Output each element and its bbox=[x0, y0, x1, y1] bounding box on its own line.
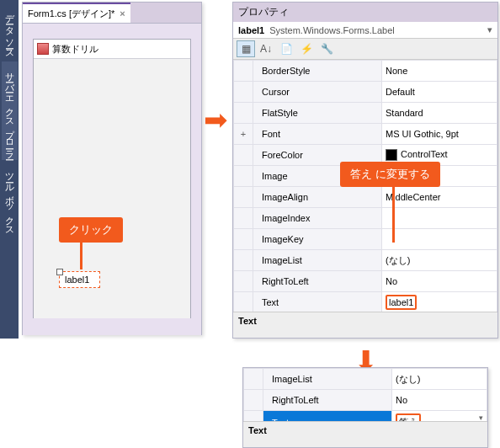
property-name: BorderStyle bbox=[253, 61, 382, 82]
callout-change: 答え に変更する bbox=[340, 162, 440, 187]
file-tab[interactable]: Form1.cs [デザイン]* × bbox=[23, 3, 130, 23]
property-row[interactable]: FlatStyleStandard bbox=[234, 103, 497, 124]
expand-icon bbox=[234, 145, 253, 166]
resize-handle-icon[interactable] bbox=[56, 269, 63, 275]
document-tabstrip: Form1.cs [デザイン]* × bbox=[23, 3, 201, 24]
property-name: ImageList bbox=[263, 369, 392, 390]
properties-title: プロパティ bbox=[233, 3, 497, 22]
property-row[interactable]: +FontMS UI Gothic, 9pt bbox=[234, 124, 497, 145]
vs-side-tabs: データ ソース サーバー エクスプローラー ツールボックス bbox=[0, 0, 19, 339]
property-name: RightToLeft bbox=[253, 271, 382, 292]
form-icon bbox=[37, 43, 49, 55]
chevron-down-icon[interactable]: ▾ bbox=[479, 413, 483, 421]
property-row[interactable]: ImageAlignMiddleCenter bbox=[234, 187, 497, 208]
property-row[interactable]: ImageIndex bbox=[234, 208, 497, 229]
properties-panel-after: ImageList(なし)RightToLeftNoText答え ▾TextAl… bbox=[242, 367, 488, 448]
property-value[interactable] bbox=[382, 208, 497, 229]
property-name: Text bbox=[263, 411, 392, 422]
expand-icon bbox=[234, 229, 253, 250]
form-titlebar: 算数ドリル bbox=[34, 40, 190, 59]
property-name: ImageIndex bbox=[253, 208, 382, 229]
side-tab-toolbox[interactable]: ツールボックス bbox=[2, 162, 18, 237]
property-row[interactable]: RightToLeftNo bbox=[234, 271, 497, 292]
expand-icon bbox=[234, 61, 253, 82]
highlighted-value: label1 bbox=[386, 295, 417, 310]
color-swatch-icon bbox=[386, 149, 397, 161]
label-control-text: label1 bbox=[65, 275, 89, 285]
property-value[interactable]: No bbox=[382, 271, 497, 292]
expand-icon[interactable]: + bbox=[234, 124, 253, 145]
property-value[interactable]: Default bbox=[382, 82, 497, 103]
property-value[interactable] bbox=[382, 229, 497, 250]
property-name: ImageKey bbox=[253, 229, 382, 250]
property-row[interactable]: ImageList(なし) bbox=[234, 250, 497, 271]
label-control[interactable]: label1 bbox=[59, 271, 100, 288]
expand-icon bbox=[234, 166, 253, 187]
property-row[interactable]: RightToLeftNo bbox=[244, 390, 487, 411]
property-row[interactable]: BorderStyleNone bbox=[234, 61, 497, 82]
callout-click: クリック bbox=[59, 217, 123, 243]
expand-icon bbox=[244, 369, 263, 390]
property-value[interactable]: MiddleCenter bbox=[382, 187, 497, 208]
property-name: Text bbox=[253, 292, 382, 312]
form-title-text: 算数ドリル bbox=[52, 43, 98, 56]
properties-toolbar: ▦ A↓ 📄 ⚡ 🔧 bbox=[233, 39, 497, 60]
property-value[interactable]: label1 bbox=[382, 292, 497, 312]
property-row[interactable]: ImageList(なし) bbox=[244, 369, 487, 390]
description-pane: Text bbox=[233, 312, 497, 338]
description-pane-2: Text bbox=[243, 421, 487, 447]
property-name: RightToLeft bbox=[263, 390, 392, 411]
object-name: label1 bbox=[238, 25, 264, 35]
property-name: Font bbox=[253, 124, 382, 145]
callout-connector-2 bbox=[392, 184, 395, 243]
events-icon[interactable]: ⚡ bbox=[297, 40, 316, 57]
close-icon[interactable]: × bbox=[120, 8, 125, 19]
chevron-down-icon[interactable]: ▾ bbox=[487, 24, 492, 35]
callout-connector bbox=[80, 239, 82, 269]
arrow-right-icon: ➡ bbox=[204, 103, 227, 136]
property-name: ImageList bbox=[253, 250, 382, 271]
property-row[interactable]: CursorDefault bbox=[234, 82, 497, 103]
design-canvas[interactable]: 算数ドリル label1 bbox=[23, 24, 201, 335]
property-value[interactable]: 答え ▾ bbox=[392, 411, 487, 422]
expand-icon bbox=[234, 208, 253, 229]
property-name: FlatStyle bbox=[253, 103, 382, 124]
form-designer-panel: Form1.cs [デザイン]* × 算数ドリル label1 bbox=[22, 2, 202, 335]
expand-icon bbox=[234, 103, 253, 124]
object-type: System.Windows.Forms.Label bbox=[269, 25, 395, 35]
property-value[interactable]: Standard bbox=[382, 103, 497, 124]
property-grid-after[interactable]: ImageList(なし)RightToLeftNoText答え ▾TextAl… bbox=[243, 368, 487, 421]
property-name: Cursor bbox=[253, 82, 382, 103]
properties-page-icon[interactable]: 📄 bbox=[277, 40, 295, 57]
side-tab-data-source[interactable]: データ ソース bbox=[2, 3, 18, 60]
expand-icon bbox=[234, 187, 253, 208]
file-tab-label: Form1.cs [デザイン]* bbox=[28, 8, 114, 20]
property-row[interactable]: ImageKey bbox=[234, 229, 497, 250]
property-value[interactable]: None bbox=[382, 61, 497, 82]
property-name: ImageAlign bbox=[253, 187, 382, 208]
expand-icon bbox=[234, 82, 253, 103]
expand-icon bbox=[234, 271, 253, 292]
form-body[interactable]: label1 bbox=[34, 59, 190, 318]
object-selector[interactable]: label1 System.Windows.Forms.Label ▾ bbox=[233, 22, 497, 39]
alphabetical-icon[interactable]: A↓ bbox=[257, 40, 275, 57]
property-row[interactable]: Textlabel1 bbox=[234, 292, 497, 312]
expand-icon bbox=[244, 390, 263, 411]
property-value[interactable]: (なし) bbox=[392, 369, 487, 390]
categorized-icon[interactable]: ▦ bbox=[237, 40, 255, 57]
expand-icon bbox=[244, 411, 263, 422]
property-row[interactable]: Text答え ▾ bbox=[244, 411, 487, 422]
property-value[interactable]: No bbox=[392, 390, 487, 411]
expand-icon bbox=[234, 250, 253, 271]
expand-icon bbox=[234, 292, 253, 312]
side-tab-server-explorer[interactable]: サーバー エクスプローラー bbox=[2, 61, 18, 160]
wrench-icon[interactable]: 🔧 bbox=[317, 40, 336, 57]
property-value[interactable]: (なし) bbox=[382, 250, 497, 271]
form-window[interactable]: 算数ドリル label1 bbox=[33, 39, 191, 318]
highlighted-value: 答え bbox=[396, 413, 421, 421]
property-value[interactable]: MS UI Gothic, 9pt bbox=[382, 124, 497, 145]
